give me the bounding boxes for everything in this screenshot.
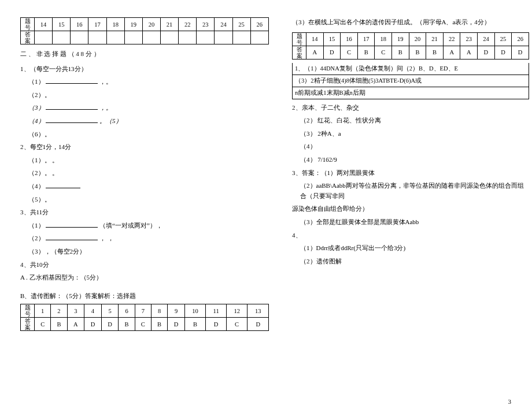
col-head: 14 <box>35 18 53 31</box>
blank-input[interactable] <box>46 182 80 188</box>
table-row: 答案 <box>21 31 269 44</box>
answer-cell: B <box>392 46 409 59</box>
col-head: 13 <box>247 304 269 318</box>
r4a: 4、 <box>292 230 529 241</box>
row-label: 答案 <box>21 318 35 331</box>
row-label: 答案 <box>21 31 35 44</box>
q2-title: 2、每空1分，14分 <box>20 142 269 152</box>
blank-input[interactable] <box>46 77 98 84</box>
answer-cell: D <box>512 46 529 59</box>
blank-input[interactable] <box>46 103 98 110</box>
row-label: 题号 <box>21 18 35 31</box>
q2-4-prefix: （4） <box>28 183 45 189</box>
table-row: 答案 C B A D D B C B D B D C D <box>21 318 269 331</box>
col-head: 20 <box>409 32 426 46</box>
col-head: 19 <box>124 18 142 31</box>
row-label: 题号 <box>293 32 306 46</box>
answer-cell: C <box>375 46 392 59</box>
col-head: 22 <box>443 32 460 46</box>
q4-a: A . 乙水稻基因型为：（5分） <box>20 273 269 283</box>
answer-cell: A <box>443 46 460 59</box>
col-head: 24 <box>478 32 495 46</box>
q1-2: （2）。 <box>20 90 269 101</box>
boxed-row: n前期或减1末期B减n后期 <box>292 87 529 99</box>
q3-2-tail: ， ， <box>99 235 114 241</box>
q1-1: （1） ，。 <box>20 77 269 87</box>
col-head: 18 <box>375 32 392 46</box>
r3b: （2）aaBB\Aabb两对等位基因分离，非等位基因的随着非同源染色体的组合而组… <box>292 181 529 201</box>
col-head: 2 <box>51 304 67 318</box>
q4-title: 4、共10分 <box>20 260 269 270</box>
q1-3: （3） ，。 <box>20 103 269 113</box>
q1-3-prefix: （3） <box>28 104 45 111</box>
question-table-top-left: 题号 14 15 16 17 18 19 20 21 22 23 24 25 2… <box>20 17 269 44</box>
section-heading: 二 、 非 选 择 题 （ 4 8 分 ） <box>20 49 269 59</box>
col-head: 12 <box>226 304 247 318</box>
col-head: 14 <box>306 32 324 46</box>
r3d: （3）全部是红眼黄体全部是黑眼黄体Aabb <box>292 217 529 228</box>
q2-4: （4） <box>20 181 269 192</box>
col-head: 21 <box>426 32 444 46</box>
col-head: 23 <box>460 32 478 46</box>
row-label: 答案 <box>293 46 306 59</box>
q4-b: B、遗传图解：（5分）答案解析：选择题 <box>20 291 269 302</box>
col-head: 26 <box>250 18 268 31</box>
q3-2: （2） ， ， <box>20 233 269 244</box>
col-head: 17 <box>357 32 375 46</box>
col-head: 26 <box>512 32 529 46</box>
answer-cell: B <box>119 318 135 331</box>
answer-cell: D <box>478 46 495 59</box>
table-row: 题号 14 15 16 17 18 19 20 21 22 23 24 25 2… <box>21 18 269 31</box>
col-head: 15 <box>53 18 71 31</box>
answer-cell: C <box>135 318 151 331</box>
boxed-row: 1、（1）44DNA复制（染色体复制）间（2）B、D、ED、E <box>292 63 529 75</box>
answer-cell: D <box>206 318 227 331</box>
answer-cell: C <box>35 318 51 331</box>
q2-5: （5）。 <box>20 195 269 205</box>
q1-3-tail: ，。 <box>99 104 112 111</box>
col-head: 16 <box>71 18 88 31</box>
answer-cell: B <box>357 46 375 59</box>
q1-4-tail: 。（5） <box>99 117 122 124</box>
table-row: 题号 14 15 16 17 18 19 20 21 22 23 24 25 2… <box>293 32 529 46</box>
q1-title: 1、（每空一分共13分） <box>20 64 269 75</box>
r2b: （2） 红花、白花、性状分离 <box>292 116 529 126</box>
answer-cell: C <box>341 46 358 59</box>
answer-cell: B <box>51 318 67 331</box>
col-head: 15 <box>323 32 341 46</box>
table-row: 答案 A D C B C B B B A A D D D <box>293 46 529 59</box>
answer-cell: B <box>409 46 426 59</box>
r2c: （3） 2种A、a <box>292 129 529 139</box>
col-head: 4 <box>84 304 102 318</box>
q3-1: （1） （填“一对或两对”）， <box>20 221 269 231</box>
q1-1-tail: ，。 <box>99 78 112 85</box>
q2-1: （1）。 。 <box>20 155 269 166</box>
col-head: 11 <box>206 304 227 318</box>
col-head: 9 <box>168 304 185 318</box>
q3-3: （3），（每空2分） <box>20 247 269 257</box>
right-top-line: （3）在横线上写出各个体的遗传因子组成。（用字母A、a表示，4分） <box>292 17 529 28</box>
col-head: 22 <box>179 18 197 31</box>
col-head: 23 <box>197 18 215 31</box>
q1-6: （6）。 <box>20 129 269 140</box>
answer-cell: D <box>247 318 269 331</box>
q3-2-prefix: （2） <box>28 235 45 241</box>
blank-input[interactable] <box>46 234 98 240</box>
row-label: 题号 <box>21 304 35 318</box>
blank-input[interactable] <box>46 221 98 228</box>
answer-cell: D <box>168 318 185 331</box>
col-head: 8 <box>151 304 167 318</box>
col-head: 19 <box>392 32 409 46</box>
blank-input[interactable] <box>46 117 98 123</box>
col-head: 18 <box>106 18 124 31</box>
col-head: 3 <box>67 304 84 318</box>
answer-cell: C <box>226 318 247 331</box>
r2a: 2、亲本、子二代、杂交 <box>292 103 529 113</box>
col-head: 21 <box>160 18 178 31</box>
r4c: （2）遗传图解 <box>292 256 529 267</box>
col-head: 20 <box>142 18 160 31</box>
q3-1-prefix: （1） <box>28 222 45 229</box>
q1-4: （4） 。（5） <box>20 116 269 126</box>
q1-1-prefix: （1） <box>28 78 45 85</box>
boxed-answer-block: 1、（1）44DNA复制（染色体复制）间（2）B、D、ED、E （3）2精子细胞… <box>292 63 529 99</box>
